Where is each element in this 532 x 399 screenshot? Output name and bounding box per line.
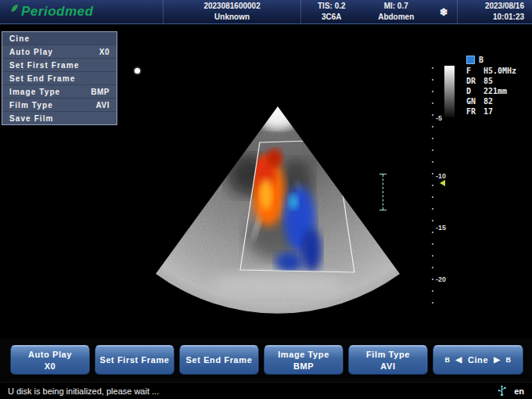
ultrasound-app: Periodmed 2023081600002 Unknown TIS: 0.2… bbox=[0, 0, 532, 399]
tis-value: TIS: 0.2 bbox=[318, 2, 346, 11]
mode-chip-icon bbox=[466, 56, 475, 64]
menu-item-set-first-frame[interactable]: Set First Frame bbox=[2, 59, 117, 72]
cine-b-right: B bbox=[505, 356, 511, 364]
focus-marker-icon[interactable] bbox=[440, 180, 445, 186]
tis-probe-info: TIS: 0.2 3C6A bbox=[300, 0, 361, 23]
prev-frame-button[interactable]: ◀ bbox=[456, 356, 462, 364]
datetime-info: 2023/08/16 10:01:23 bbox=[457, 0, 532, 23]
image-type-button[interactable]: Image Type BMP bbox=[264, 345, 343, 375]
param-depth: D 221mm bbox=[466, 86, 516, 96]
menu-item-auto-play[interactable]: Auto Play X0 bbox=[2, 45, 117, 59]
statusbar: U disk is being initialized, please wait… bbox=[0, 382, 532, 399]
menu-item-cine[interactable]: Cine bbox=[2, 32, 117, 45]
cine-control[interactable]: B ◀ Cine ▶ B bbox=[433, 345, 523, 375]
auto-play-button[interactable]: Auto Play X0 bbox=[10, 345, 90, 375]
exam-date: 2023/08/16 bbox=[485, 2, 524, 11]
exam-id: 2023081600002 bbox=[203, 2, 260, 11]
cine-label: Cine bbox=[468, 355, 488, 365]
menu-item-save-film[interactable]: Save Film bbox=[2, 112, 117, 124]
probe-mark-icon bbox=[135, 68, 140, 74]
preset-name: Abdomen bbox=[378, 13, 414, 22]
depth-label: -5 bbox=[436, 114, 442, 122]
logo: Periodmed bbox=[0, 0, 163, 23]
depth-label: -15 bbox=[436, 224, 446, 232]
next-frame-button[interactable]: ▶ bbox=[494, 356, 500, 364]
language-indicator[interactable]: en bbox=[514, 386, 524, 396]
menu-item-image-type[interactable]: Image Type BMP bbox=[2, 85, 117, 99]
menu-item-set-end-frame[interactable]: Set End Frame bbox=[2, 72, 117, 85]
film-type-button[interactable]: Film Type AVI bbox=[348, 345, 428, 375]
set-first-frame-button[interactable]: Set First Frame bbox=[95, 345, 174, 375]
param-frame-rate: FR 17 bbox=[466, 106, 516, 117]
depth-label: -20 bbox=[436, 275, 446, 283]
param-frequency: F H5.0MHz bbox=[466, 66, 516, 76]
probe-name: 3C6A bbox=[322, 13, 342, 22]
caliper-end-bottom bbox=[379, 210, 386, 210]
patient-name: Unknown bbox=[214, 13, 250, 22]
usb-icon bbox=[498, 385, 506, 397]
depth-label: -10 bbox=[436, 172, 446, 180]
param-dynamic-range: DR 85 bbox=[466, 76, 516, 86]
menu-item-film-type[interactable]: Film Type AVI bbox=[2, 99, 117, 112]
exam-time: 10:01:23 bbox=[493, 13, 524, 22]
cine-context-menu: Cine Auto Play X0 Set First Frame Set En… bbox=[2, 31, 117, 125]
caliper-end-top bbox=[379, 174, 386, 174]
depth-ruler bbox=[432, 67, 433, 307]
leaf-icon bbox=[9, 3, 20, 13]
grayscale-bar bbox=[444, 66, 455, 117]
status-message: U disk is being initialized, please wait… bbox=[8, 386, 159, 396]
logo-text: Periodmed bbox=[21, 4, 93, 20]
mode-indicator: B bbox=[479, 55, 483, 65]
freeze-icon: ❄ bbox=[430, 0, 457, 23]
image-parameters: B F H5.0MHz DR 85 D 221mm GN 82 FR 17 bbox=[466, 55, 516, 117]
patient-info: 2023081600002 Unknown bbox=[163, 0, 300, 23]
param-gain: GN 82 bbox=[466, 96, 516, 106]
bottom-toolbar: Auto Play X0 Set First Frame Set End Fra… bbox=[0, 338, 532, 382]
ultrasound-fan bbox=[133, 102, 422, 329]
topbar: Periodmed 2023081600002 Unknown TIS: 0.2… bbox=[0, 0, 532, 24]
cine-b-left: B bbox=[444, 356, 450, 364]
mi-preset-info: MI: 0.7 Abdomen bbox=[361, 0, 430, 23]
caliper-line bbox=[383, 174, 383, 210]
b-mode-image bbox=[133, 102, 422, 329]
measurement-caliper[interactable] bbox=[379, 174, 386, 210]
mi-value: MI: 0.7 bbox=[384, 2, 408, 11]
set-end-frame-button[interactable]: Set End Frame bbox=[179, 345, 259, 375]
